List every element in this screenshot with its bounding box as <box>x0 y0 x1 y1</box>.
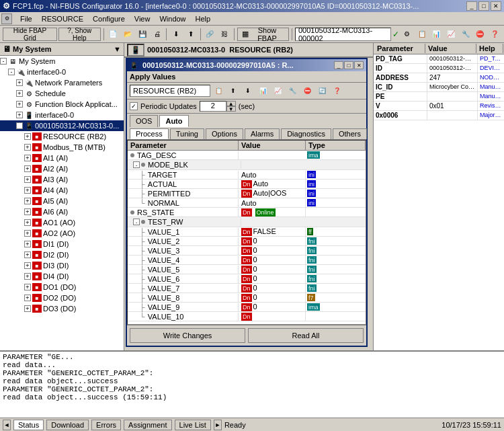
tree-expand-icon[interactable]: + <box>24 284 31 290</box>
table-row[interactable]: ├ VALUE_5 Dn0 fni <box>128 265 366 274</box>
tree-expand-icon[interactable]: + <box>24 155 31 161</box>
tree-item[interactable]: +📱interface0-0 <box>0 110 124 120</box>
table-row[interactable]: RS_STATE Dn Online <box>128 208 366 217</box>
list-item[interactable]: PD_TAG 0001050312-MC031... PD_TAG <box>374 54 504 64</box>
tree-expand-icon[interactable]: + <box>24 176 31 183</box>
tree-item[interactable]: +■DI4 (DI) <box>0 271 124 282</box>
app-menu-icon[interactable]: ⚙ <box>1 13 12 24</box>
table-row[interactable]: ├ VALUE_6 Dn0 fni <box>128 274 366 284</box>
tree-item[interactable]: +⚙Function Block Applicat... <box>0 99 124 110</box>
print-button[interactable]: 🖨 <box>151 27 164 42</box>
tree-item[interactable]: +🔌Network Parameters <box>0 77 124 88</box>
tree-expand-icon[interactable]: + <box>24 273 31 280</box>
menu-configure[interactable]: Configure <box>89 13 129 25</box>
table-row[interactable]: └ NORMAL Auto ini <box>128 198 366 208</box>
tree-item[interactable]: +■AI6 (AI) <box>0 206 124 217</box>
menu-help[interactable]: Help <box>192 13 215 25</box>
subtab-alarms[interactable]: Alarms <box>245 128 280 139</box>
config-btn-4[interactable]: 📈 <box>444 27 458 42</box>
save-button[interactable]: 💾 <box>136 27 149 42</box>
tree-expand-icon[interactable]: + <box>24 295 31 301</box>
table-row[interactable]: ├ ACTUAL DnAuto ini <box>128 180 366 189</box>
tree-expand-icon[interactable]: - <box>16 122 23 129</box>
menu-window[interactable]: Window <box>155 13 190 25</box>
tree-expand-icon[interactable]: + <box>24 144 31 151</box>
config-btn-5[interactable]: 🔧 <box>459 27 472 42</box>
status-tab-download[interactable]: Download <box>46 420 89 430</box>
tree-expand-icon[interactable]: - <box>0 58 7 65</box>
props-table-body[interactable]: PD_TAG 0001050312-MC031... PD_TAG ID 000… <box>374 54 504 350</box>
status-tab-livelist[interactable]: Live List <box>175 420 211 430</box>
device-id-input[interactable]: 0001050312-MC0313-000002 <box>295 28 391 41</box>
tree-item[interactable]: +■DO3 (DO) <box>0 303 124 314</box>
tree-expand-icon[interactable]: + <box>24 251 31 258</box>
scroll-arrow-down[interactable]: ▼ <box>114 45 121 53</box>
resource-select-input[interactable]: RESOURCE (RB2) <box>130 85 210 97</box>
config-btn-3[interactable]: 📊 <box>429 27 443 42</box>
tree-item[interactable]: +■DI2 (DI) <box>0 249 124 260</box>
tree-expand-icon[interactable]: + <box>16 101 23 108</box>
table-row[interactable]: TAG_DESC ima <box>128 151 366 160</box>
subtab-options[interactable]: Options <box>206 128 243 139</box>
dialog-tb-1[interactable]: 📋 <box>212 84 225 97</box>
download-button[interactable]: ⬇ <box>169 27 183 42</box>
tree-expand-icon[interactable]: + <box>24 133 31 140</box>
tree-item[interactable]: +■AI3 (AI) <box>0 174 124 185</box>
tree-item[interactable]: +■AI2 (AI) <box>0 163 124 174</box>
status-nav-right[interactable]: ► <box>214 420 222 430</box>
dialog-maximize-button[interactable]: □ <box>344 61 353 69</box>
tree-expand-icon[interactable]: + <box>24 230 31 237</box>
table-row[interactable]: - TEST_RW <box>128 217 366 227</box>
open-button[interactable]: 📂 <box>121 27 134 42</box>
tree-expand-icon[interactable]: - <box>8 69 15 75</box>
table-row[interactable]: ├ VALUE_1 DnFALSE ff <box>128 227 366 237</box>
status-tab-errors[interactable]: Errors <box>91 420 121 430</box>
periodic-value-input[interactable]: 2 <box>200 101 226 112</box>
tree-item[interactable]: +■DO2 (DO) <box>0 292 124 303</box>
tree-expand-icon[interactable]: + <box>16 112 23 118</box>
tree-expand-icon[interactable]: + <box>24 219 31 226</box>
dialog-tb-6[interactable]: 🔧 <box>286 84 299 97</box>
table-row[interactable]: ├ VALUE_4 Dn0 fni <box>128 256 366 265</box>
disconnect-button[interactable]: ⛓ <box>218 27 231 42</box>
dialog-minimize-button[interactable]: _ <box>334 61 343 69</box>
log-text-area[interactable]: PARAMETER "GE... read data... PARAMETER … <box>0 352 504 418</box>
dialog-tb-7[interactable]: ⛔ <box>300 84 314 97</box>
parameter-table[interactable]: Parameter Value Type TAG_DESC ima <box>127 140 366 325</box>
table-row[interactable]: └ VALUE_10 Dn <box>128 312 366 321</box>
config-btn-1[interactable]: ⚙ <box>401 27 414 42</box>
config-btn-2[interactable]: 📋 <box>415 27 429 42</box>
read-all-button[interactable]: Read All <box>248 328 364 343</box>
table-row[interactable]: ├ PERMITTED DnAuto|OOS ini <box>128 189 366 198</box>
status-tab-assignment[interactable]: Assignment <box>124 420 171 430</box>
tree-expand-icon[interactable]: + <box>24 241 31 247</box>
list-item[interactable]: IC_ID Microcyber Corporatio... Manufactu… <box>374 83 504 92</box>
expand-icon[interactable]: - <box>133 161 140 168</box>
dialog-tb-2[interactable]: ⬆ <box>226 84 240 97</box>
table-row[interactable]: ├ VALUE_9 Dn0 ima <box>128 303 366 312</box>
subtab-tuning[interactable]: Tuning <box>170 128 204 139</box>
tree-item[interactable]: +■AI4 (AI) <box>0 185 124 196</box>
table-row[interactable]: ├ VALUE_7 Dn0 fni <box>128 284 366 293</box>
table-row[interactable]: ├ VALUE_3 Dn0 fni <box>128 246 366 256</box>
subtab-others[interactable]: Others <box>333 128 367 139</box>
maximize-button[interactable]: □ <box>478 1 489 11</box>
tree-expand-icon[interactable]: + <box>24 262 31 269</box>
close-button[interactable]: ✕ <box>491 1 501 11</box>
tree-scroll[interactable]: -🖥My System-🔌interface0-0+🔌Network Param… <box>0 56 124 350</box>
table-row[interactable]: ├ VALUE_2 Dn0 fni <box>128 237 366 246</box>
tree-expand-icon[interactable]: + <box>16 90 23 97</box>
list-item[interactable]: ID 0001050312-MC031... DEVICE_ID <box>374 64 504 73</box>
subtab-diagnostics[interactable]: Diagnostics <box>281 128 331 139</box>
tree-item[interactable]: +⚙Schedule <box>0 88 124 99</box>
tree-expand-icon[interactable]: + <box>24 305 31 312</box>
table-row[interactable]: ├ TARGET Auto ini <box>128 170 366 180</box>
status-tab-status[interactable]: Status <box>13 420 44 430</box>
show-fbap-button[interactable]: ▦ Show FBAP <box>237 28 289 41</box>
tree-item[interactable]: +■Modbus_TB (MTB) <box>0 142 124 153</box>
tree-item[interactable]: +■RESOURCE (RB2) <box>0 131 124 142</box>
subtab-process[interactable]: Process <box>130 128 169 139</box>
tree-expand-icon[interactable]: + <box>24 165 31 172</box>
list-item[interactable]: V 0x01 Revision 0 <box>374 102 504 111</box>
tree-item[interactable]: +■AI1 (AI) <box>0 153 124 163</box>
